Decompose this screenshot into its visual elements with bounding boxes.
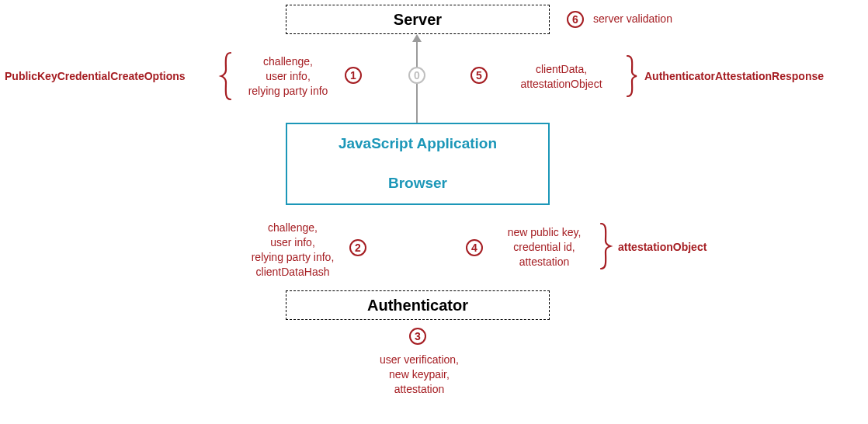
step-5-number: 5	[476, 69, 482, 82]
step5-list: clientData, attestationObject	[503, 62, 620, 92]
step-3-number: 3	[415, 330, 421, 342]
step-1-number: 1	[350, 69, 356, 82]
step3-line3: attestation	[365, 382, 474, 397]
step-6-number: 6	[572, 13, 578, 26]
step3-list: user verification, new keypair, attestat…	[365, 353, 474, 397]
step2-line3: relying party info,	[242, 250, 343, 265]
arrow-head-icon	[412, 34, 422, 42]
step-1-badge: 1	[345, 67, 362, 84]
step-2-badge: 2	[349, 239, 366, 256]
browser-box: Browser	[286, 163, 550, 205]
step1-line3: relying party info	[238, 84, 339, 99]
step1-list: challenge, user info, relying party info	[238, 54, 339, 99]
js-app-label: JavaScript Application	[339, 135, 497, 152]
step2-line1: challenge,	[242, 221, 343, 235]
brace-right-close-2-icon	[598, 222, 612, 270]
browser-label: Browser	[388, 175, 447, 192]
js-app-box: JavaScript Application	[286, 123, 550, 165]
step-4-badge: 4	[466, 239, 483, 256]
attestation-object-label: attestationObject	[618, 241, 707, 253]
step1-line1: challenge,	[238, 54, 339, 69]
step-2-number: 2	[355, 242, 361, 254]
server-box: Server	[286, 5, 550, 34]
step-6-badge: 6	[567, 11, 584, 28]
aar-label: AuthenticatorAttestationResponse	[644, 70, 824, 82]
step2-line2: user info,	[242, 235, 343, 250]
step2-list: challenge, user info, relying party info…	[242, 221, 343, 280]
step4-list: new public key, credential id, attestati…	[494, 225, 595, 269]
authenticator-label: Authenticator	[367, 297, 468, 315]
server-label: Server	[394, 11, 442, 29]
step-0-badge: 0	[408, 67, 425, 84]
step5-line1: clientData,	[503, 62, 620, 77]
step1-line2: user info,	[238, 69, 339, 84]
authenticator-box: Authenticator	[286, 290, 550, 320]
step-5-badge: 5	[470, 67, 488, 84]
pkcco-label: PublicKeyCredentialCreateOptions	[5, 70, 186, 82]
brace-right-close-icon	[624, 54, 638, 98]
step-4-number: 4	[471, 242, 477, 254]
brace-left-open-icon	[220, 51, 234, 101]
step2-line4: clientDataHash	[242, 265, 343, 280]
step4-line3: attestation	[494, 255, 595, 269]
step-0-number: 0	[414, 69, 420, 82]
step-3-badge: 3	[409, 328, 426, 345]
step3-line2: new keypair,	[365, 367, 474, 382]
step4-line1: new public key,	[494, 225, 595, 240]
server-validation-caption: server validation	[593, 12, 672, 25]
step3-line1: user verification,	[365, 353, 474, 367]
step5-line2: attestationObject	[503, 77, 620, 92]
step4-line2: credential id,	[494, 240, 595, 255]
